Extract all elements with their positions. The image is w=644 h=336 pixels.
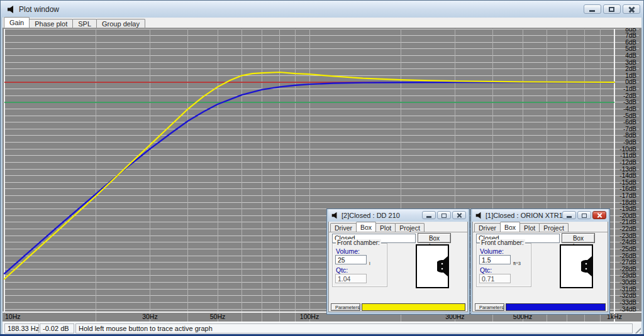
- front-chamber-label: Front chamber:: [336, 239, 381, 246]
- minimize-button[interactable]: [562, 211, 576, 219]
- svg-text:50Hz: 50Hz: [210, 313, 226, 320]
- svg-text:-2dB: -2dB: [623, 92, 636, 99]
- svg-text:-9dB: -9dB: [623, 139, 636, 146]
- svg-text:-23dB: -23dB: [619, 232, 636, 239]
- tab-phase-plot[interactable]: Phase plot: [29, 19, 73, 28]
- dd210-tabstrip: Driver Box Plot Project: [328, 222, 468, 232]
- svg-text:-18dB: -18dB: [619, 199, 636, 206]
- svg-text:-30dB: -30dB: [619, 279, 636, 286]
- parameters-button[interactable]: Parameters: [331, 303, 360, 311]
- plot-window: Plot window Gain Phase plot SPL Group de…: [0, 0, 644, 336]
- parameters-button[interactable]: Parameters: [475, 303, 504, 311]
- maximize-icon: [441, 214, 447, 218]
- svg-text:-15dB: -15dB: [619, 179, 636, 186]
- tab-project[interactable]: Project: [539, 223, 569, 232]
- window-title: [1]Closed : ORION XTR10: [486, 212, 567, 219]
- driver-in-box-icon: [437, 252, 448, 280]
- svg-text:-26dB: -26dB: [619, 252, 636, 259]
- tab-box[interactable]: Box: [356, 222, 376, 232]
- tab-plot[interactable]: Plot: [375, 223, 396, 232]
- svg-text:10Hz: 10Hz: [5, 313, 21, 320]
- volume-unit: l: [369, 261, 370, 266]
- svg-text:-20dB: -20dB: [619, 212, 636, 219]
- svg-text:100Hz: 100Hz: [300, 313, 319, 320]
- svg-text:-4dB: -4dB: [623, 106, 636, 112]
- tab-plot[interactable]: Plot: [519, 223, 540, 232]
- tab-driver[interactable]: Driver: [330, 223, 357, 232]
- curve-color-bar[interactable]: [506, 303, 606, 311]
- maximize-button[interactable]: [577, 211, 591, 219]
- svg-text:-14dB: -14dB: [619, 172, 636, 179]
- svg-text:-19dB: -19dB: [619, 205, 636, 212]
- svg-text:-25dB: -25dB: [619, 246, 636, 252]
- box-shape-button[interactable]: Box shape: [418, 233, 451, 243]
- box-shape-diagram: [560, 244, 593, 288]
- status-frequency: 188.33 Hz: [4, 323, 39, 333]
- titlebar[interactable]: Plot window: [1, 1, 643, 18]
- svg-text:5dB: 5dB: [625, 45, 636, 52]
- svg-text:-22dB: -22dB: [619, 225, 636, 232]
- tab-group-delay[interactable]: Group delay: [96, 19, 145, 28]
- close-button[interactable]: [592, 211, 606, 219]
- tab-project[interactable]: Project: [395, 223, 425, 232]
- svg-text:-21dB: -21dB: [619, 219, 636, 225]
- volume-unit: ft^3: [513, 261, 521, 266]
- minimize-button[interactable]: [584, 4, 601, 14]
- svg-text:-32dB: -32dB: [619, 292, 636, 299]
- box-shape-button[interactable]: Box shape: [562, 233, 595, 243]
- driver-window-dd210: [2]Closed : DD 210 Driver Box Plot Proje…: [326, 209, 470, 315]
- app-icon: [6, 5, 15, 14]
- close-button[interactable]: [623, 4, 640, 14]
- svg-text:-7dB: -7dB: [623, 126, 636, 133]
- svg-text:-13dB: -13dB: [619, 166, 636, 173]
- minimize-button[interactable]: [422, 211, 436, 219]
- svg-text:-10dB: -10dB: [619, 146, 636, 153]
- minimize-icon: [426, 216, 431, 218]
- tab-spl[interactable]: SPL: [72, 19, 97, 28]
- maximize-icon: [582, 214, 587, 218]
- svg-text:-12dB: -12dB: [619, 159, 636, 166]
- svg-text:-29dB: -29dB: [619, 272, 636, 279]
- orion-tabstrip: Driver Box Plot Project: [472, 222, 608, 232]
- tab-driver[interactable]: Driver: [474, 223, 501, 232]
- resize-grip[interactable]: [633, 325, 641, 333]
- dd210-titlebar[interactable]: [2]Closed : DD 210: [328, 209, 468, 222]
- svg-text:-1dB: -1dB: [623, 85, 636, 92]
- minimize-icon: [567, 216, 572, 218]
- front-chamber-group: Front chamber: Volume: ft^3 Qtc:: [476, 243, 531, 287]
- box-shape-diagram: [416, 244, 449, 288]
- status-level: -0.02 dB: [40, 323, 74, 333]
- volume-input[interactable]: [479, 255, 511, 264]
- svg-text:-16dB: -16dB: [619, 185, 636, 192]
- tab-gain[interactable]: Gain: [4, 17, 30, 28]
- svg-text:-24dB: -24dB: [619, 239, 636, 246]
- svg-text:30Hz: 30Hz: [142, 313, 158, 320]
- driver-in-box-icon: [581, 252, 592, 280]
- status-hint: Hold left mouse button to trace active g…: [75, 323, 633, 333]
- maximize-button[interactable]: [437, 211, 451, 219]
- close-button[interactable]: [452, 211, 466, 219]
- qtc-label: Qtc:: [480, 266, 492, 274]
- svg-text:7dB: 7dB: [625, 32, 636, 39]
- svg-text:-8dB: -8dB: [623, 132, 636, 139]
- plot-tabstrip: Gain Phase plot SPL Group delay: [3, 18, 641, 28]
- tab-box[interactable]: Box: [500, 222, 520, 232]
- volume-label: Volume:: [480, 247, 504, 255]
- curve-color-bar[interactable]: [362, 303, 465, 311]
- svg-text:-34dB: -34dB: [619, 306, 636, 313]
- orion-titlebar[interactable]: [1]Closed : ORION XTR10: [472, 209, 608, 222]
- svg-text:-6dB: -6dB: [623, 119, 636, 126]
- front-chamber-label: Front chamber:: [480, 239, 525, 246]
- svg-text:-5dB: -5dB: [623, 112, 636, 119]
- qtc-input[interactable]: [335, 274, 367, 283]
- svg-text:-27dB: -27dB: [619, 259, 636, 266]
- maximize-button[interactable]: [603, 4, 621, 14]
- volume-label: Volume:: [336, 247, 360, 255]
- svg-text:6dB: 6dB: [625, 39, 636, 46]
- svg-text:0dB: 0dB: [625, 79, 636, 85]
- volume-input[interactable]: [335, 255, 367, 264]
- qtc-label: Qtc:: [336, 266, 348, 274]
- window-title: Plot window: [19, 5, 59, 14]
- qtc-input[interactable]: [479, 274, 511, 283]
- svg-text:2dB: 2dB: [625, 65, 636, 72]
